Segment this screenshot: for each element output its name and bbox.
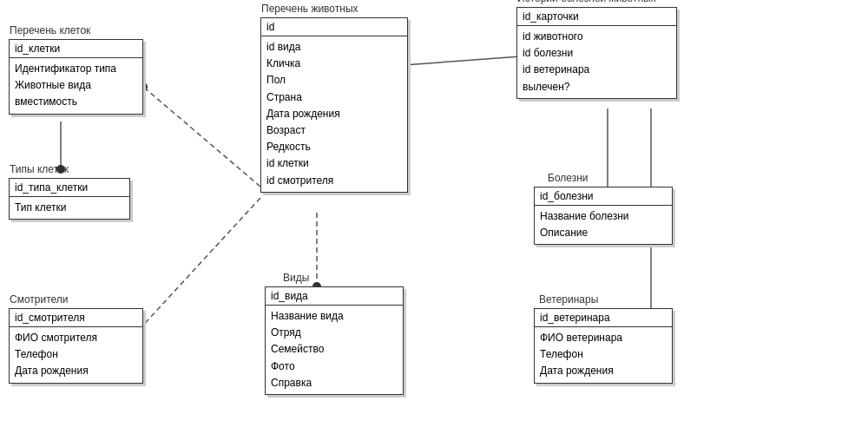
- field: id болезни: [523, 45, 671, 62]
- field: вместимость: [15, 94, 137, 110]
- field: id вида: [266, 39, 402, 56]
- field: Семейство: [271, 341, 398, 358]
- field: Животные вида: [15, 77, 137, 94]
- field: вылечен?: [523, 79, 671, 95]
- svg-line-0: [404, 56, 521, 65]
- svg-line-3: [143, 87, 260, 187]
- entity-bolezni: Болезни id_болезни Название болезни Опис…: [534, 187, 673, 245]
- pk-smotriteli: id_смотрителя: [10, 309, 142, 327]
- body-veterinary: ФИО ветеринара Телефон Дата рождения: [535, 327, 672, 383]
- svg-line-7: [139, 198, 260, 330]
- entity-perechen-kletok: Перечень клеток id_клетки Идентификатор …: [9, 39, 143, 115]
- entity-title-bolezni: Болезни: [548, 172, 589, 184]
- field: id животного: [523, 29, 671, 45]
- entity-title-perechen-kletok: Перечень клеток: [10, 24, 90, 36]
- field: Страна: [266, 89, 402, 106]
- body-smotriteli: ФИО смотрителя Телефон Дата рождения: [10, 327, 142, 383]
- body-vidy: Название вида Отряд Семейство Фото Справ…: [266, 306, 403, 394]
- field: Возраст: [266, 122, 402, 139]
- field: ФИО ветеринара: [540, 330, 667, 346]
- field: ФИО смотрителя: [15, 330, 137, 346]
- field: Пол: [266, 72, 402, 89]
- entity-tipy-kletok: Типы клеток id_типа_клетки Тип клетки: [9, 178, 130, 220]
- field: Описание: [540, 225, 667, 241]
- entity-smotriteli: Смотрители id_смотрителя ФИО смотрителя …: [9, 308, 143, 384]
- entity-title-istorii-bolezney: Истории болезней животных: [517, 0, 656, 4]
- field: Справка: [271, 375, 398, 391]
- body-perechen-kletok: Идентификатор типа Животные вида вместим…: [10, 58, 142, 114]
- pk-vidy: id_вида: [266, 287, 403, 306]
- field: Дата рождения: [15, 363, 137, 379]
- pk-istorii-bolezney: id_карточки: [517, 8, 676, 26]
- field: Телефон: [15, 346, 137, 363]
- field: Телефон: [540, 346, 667, 363]
- entity-vidy: Виды id_вида Название вида Отряд Семейст…: [265, 286, 404, 395]
- field: Дата рождения: [266, 106, 402, 122]
- field: id клетки: [266, 155, 402, 172]
- entity-title-veterinary: Ветеринары: [539, 293, 598, 306]
- body-perechen-zhivotnyh: id вида Кличка Пол Страна Дата рождения …: [261, 36, 407, 192]
- entity-title-smotriteli: Смотрители: [10, 293, 69, 306]
- pk-bolezni: id_болезни: [535, 187, 672, 206]
- diagram-container: Перечень клеток id_клетки Идентификатор …: [0, 0, 868, 434]
- field: Редкость: [266, 139, 402, 155]
- field: Фото: [271, 358, 398, 375]
- body-tipy-kletok: Тип клетки: [10, 197, 129, 219]
- entity-istorii-bolezney: Истории болезней животных id_карточки id…: [516, 7, 677, 99]
- field: Отряд: [271, 325, 398, 341]
- field: Идентификатор типа: [15, 61, 137, 77]
- entity-perechen-zhivotnyh: Перечень животных id id вида Кличка Пол …: [260, 17, 408, 193]
- field: Название вида: [271, 308, 398, 325]
- pk-perechen-kletok: id_клетки: [10, 40, 142, 58]
- body-istorii-bolezney: id животного id болезни id ветеринара вы…: [517, 26, 676, 98]
- entity-title-perechen-zhivotnyh: Перечень животных: [261, 3, 358, 15]
- field: Название болезни: [540, 208, 667, 225]
- body-bolezni: Название болезни Описание: [535, 206, 672, 244]
- field: id ветеринара: [523, 62, 671, 78]
- field: Кличка: [266, 56, 402, 72]
- field: id смотрителя: [266, 173, 402, 189]
- pk-veterinary: id_ветеринара: [535, 309, 672, 327]
- pk-tipy-kletok: id_типа_клетки: [10, 179, 129, 197]
- entity-title-vidy: Виды: [283, 272, 309, 284]
- entity-title-tipy-kletok: Типы клеток: [10, 163, 69, 175]
- field: Тип клетки: [15, 200, 124, 216]
- entity-veterinary: Ветеринары id_ветеринара ФИО ветеринара …: [534, 308, 673, 384]
- field: Дата рождения: [540, 363, 667, 379]
- pk-perechen-zhivotnyh: id: [261, 18, 407, 36]
